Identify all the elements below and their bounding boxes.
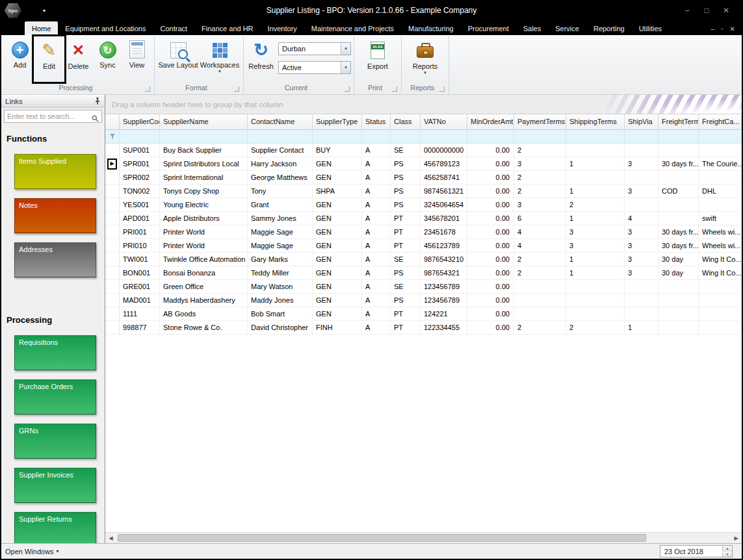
column-header-suppliertype[interactable]: SupplierType — [313, 114, 362, 129]
row-indicator[interactable] — [105, 212, 120, 225]
cell-suppliertype[interactable]: BUY — [313, 144, 362, 157]
tab-utilities[interactable]: Utilities — [632, 21, 669, 35]
cell-suppliercode[interactable]: SUP001 — [120, 144, 160, 157]
cell-suppliertype[interactable]: GEN — [313, 280, 362, 294]
sidebar-button-purchase-orders[interactable]: Purchase Orders — [14, 379, 96, 414]
search-input[interactable] — [4, 110, 102, 123]
table-row[interactable]: TWI001Twinkle Office AutomationGary Mark… — [105, 253, 742, 266]
tab-reporting[interactable]: Reporting — [586, 21, 632, 35]
cell-freightca[interactable] — [699, 321, 742, 335]
column-header-shippingterms[interactable]: ShippingTerms — [566, 114, 625, 129]
filter-cell-paymentterms[interactable] — [514, 130, 566, 143]
sidebar-button-items-supplied[interactable]: Items Supplied — [14, 154, 96, 189]
cell-shipvia[interactable] — [625, 198, 658, 212]
sidebar-button-grns[interactable]: GRNs — [14, 424, 96, 459]
cell-shippingterms[interactable] — [566, 171, 625, 185]
site-select[interactable]: Durban ▾ — [278, 42, 351, 55]
cell-shippingterms[interactable]: 1 — [566, 253, 625, 266]
cell-vatno[interactable]: 345678201 — [421, 212, 467, 225]
table-row[interactable]: ▶SPR001Sprint Distributors LocalHarry Ja… — [105, 157, 742, 171]
column-header-class[interactable]: Class — [391, 114, 421, 129]
cell-freightterms[interactable] — [658, 144, 699, 157]
cell-shipvia[interactable]: 3 — [625, 185, 658, 198]
delete-button[interactable]: ✕ Delete — [64, 37, 93, 81]
cell-suppliertype[interactable]: GEN — [313, 157, 362, 171]
cell-suppliercode[interactable]: TWI001 — [120, 253, 160, 266]
tab-home[interactable]: Home — [25, 21, 58, 35]
close-button[interactable]: ✕ — [717, 6, 735, 15]
row-indicator[interactable] — [105, 321, 120, 335]
cell-vatno[interactable]: 9876543210 — [421, 253, 467, 266]
scroll-left-icon[interactable]: ◀ — [105, 535, 116, 541]
cell-suppliername[interactable]: Maddys Haberdashery — [160, 294, 248, 307]
cell-vatno[interactable]: 987654321 — [421, 266, 467, 280]
cell-minorderamt[interactable]: 0.00 — [467, 253, 514, 266]
table-row[interactable]: YES001Young ElectricGrantGENAPS324506465… — [105, 198, 742, 212]
tab-procurement[interactable]: Procurement — [461, 21, 516, 35]
cell-freightterms[interactable] — [658, 294, 699, 307]
cell-suppliername[interactable]: Buy Back Supplier — [160, 144, 248, 157]
cell-contactname[interactable]: Maggie Sage — [248, 225, 313, 239]
cell-suppliercode[interactable]: PRI010 — [120, 239, 160, 253]
cell-status[interactable]: A — [362, 198, 391, 212]
cell-contactname[interactable]: Harry Jackson — [248, 157, 313, 171]
cell-paymentterms[interactable] — [514, 307, 566, 321]
status-select[interactable]: Active ▾ — [278, 61, 351, 74]
cell-freightterms[interactable] — [658, 171, 699, 185]
row-indicator[interactable] — [105, 307, 120, 321]
cell-minorderamt[interactable]: 0.00 — [467, 239, 514, 253]
cell-suppliertype[interactable]: GEN — [313, 307, 362, 321]
cell-freightterms[interactable] — [658, 321, 699, 335]
cell-shippingterms[interactable]: 1 — [566, 185, 625, 198]
cell-freightterms[interactable] — [658, 307, 699, 321]
cell-suppliertype[interactable]: FINH — [313, 321, 362, 335]
horizontal-scrollbar[interactable]: ◀ ▶ — [105, 532, 742, 543]
cell-vatno[interactable]: 123456789 — [421, 280, 467, 294]
row-indicator[interactable] — [105, 280, 120, 294]
cell-shippingterms[interactable] — [566, 294, 625, 307]
tab-contract[interactable]: Contract — [153, 21, 195, 35]
group-by-bar[interactable]: Drag a column header here to group by th… — [105, 95, 742, 114]
table-row[interactable]: GRE001Green OfficeMary WatsonGENASE12345… — [105, 280, 742, 294]
cell-shippingterms[interactable] — [566, 280, 625, 294]
tab-manufacturing[interactable]: Manufacturing — [401, 21, 461, 35]
cell-paymentterms[interactable] — [514, 294, 566, 307]
tab-finance-and-hr[interactable]: Finance and HR — [194, 21, 261, 35]
cell-class[interactable]: PS — [391, 157, 421, 171]
cell-vatno[interactable]: 456258741 — [421, 171, 467, 185]
cell-suppliername[interactable]: Tonys Copy Shop — [160, 185, 248, 198]
filter-cell-suppliercode[interactable] — [120, 130, 160, 143]
cell-paymentterms[interactable]: 2 — [514, 266, 566, 280]
cell-vatno[interactable]: 124221 — [421, 307, 467, 321]
cell-class[interactable]: SE — [391, 253, 421, 266]
cell-minorderamt[interactable]: 0.00 — [467, 144, 514, 157]
filter-cell-suppliertype[interactable] — [313, 130, 362, 143]
cell-shipvia[interactable] — [625, 294, 658, 307]
column-header-status[interactable]: Status — [362, 114, 391, 129]
cell-shipvia[interactable]: 4 — [625, 212, 658, 225]
row-indicator[interactable] — [105, 266, 120, 280]
cell-freightterms[interactable]: 30 day — [658, 266, 699, 280]
cell-minorderamt[interactable]: 0.00 — [467, 225, 514, 239]
cell-minorderamt[interactable]: 0.00 — [467, 212, 514, 225]
dialog-launcher-icon[interactable] — [234, 86, 239, 92]
cell-suppliername[interactable]: Young Electric — [160, 198, 248, 212]
cell-contactname[interactable]: George Matthews — [248, 171, 313, 185]
cell-minorderamt[interactable]: 0.00 — [467, 198, 514, 212]
view-button[interactable]: View — [122, 37, 151, 81]
filter-cell-freightterms[interactable] — [658, 130, 699, 143]
column-header-freightca[interactable]: FreightCa... — [699, 114, 742, 129]
cell-shippingterms[interactable]: 2 — [566, 321, 625, 335]
open-windows-button[interactable]: Open Windows ▾ — [5, 548, 59, 555]
cell-paymentterms[interactable]: 2 — [514, 253, 566, 266]
cell-paymentterms[interactable]: 2 — [514, 171, 566, 185]
site-select-caret-icon[interactable]: ▾ — [341, 43, 350, 55]
cell-status[interactable]: A — [362, 294, 391, 307]
filter-cell-shippingterms[interactable] — [566, 130, 625, 143]
cell-suppliername[interactable]: Green Office — [160, 280, 248, 294]
status-select-caret-icon[interactable]: ▾ — [341, 62, 350, 73]
row-indicator[interactable] — [105, 144, 120, 157]
cell-paymentterms[interactable]: 2 — [514, 321, 566, 335]
cell-class[interactable]: SE — [391, 144, 421, 157]
cell-vatno[interactable]: 456123789 — [421, 239, 467, 253]
